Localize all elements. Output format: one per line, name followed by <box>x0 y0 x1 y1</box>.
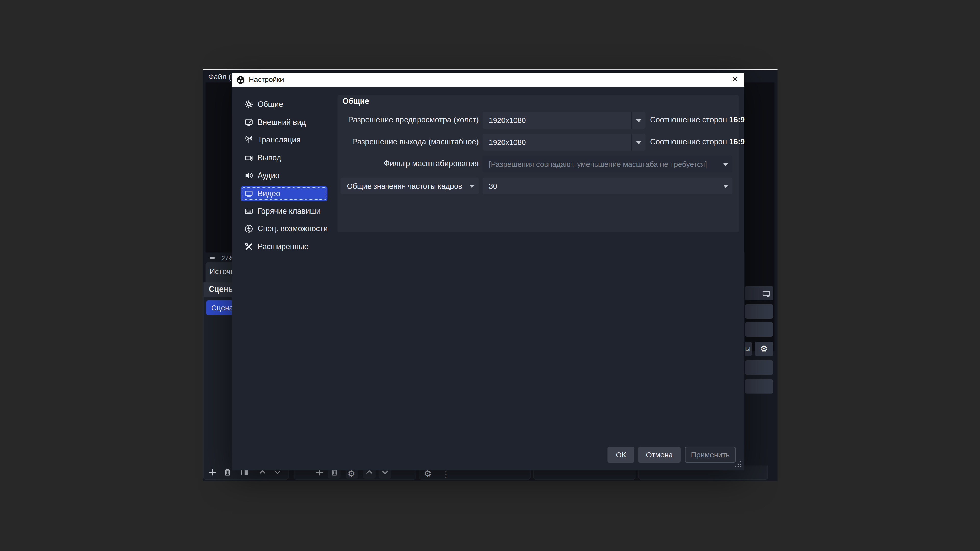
window-top-border <box>203 68 778 70</box>
virtualcam-settings-gear-button[interactable]: ⚙ <box>755 342 773 356</box>
scenes-dock-title: Сцены <box>209 285 235 294</box>
control-button-fragment-label[interactable]: ы <box>745 342 752 356</box>
accessibility-icon <box>245 224 253 233</box>
appearance-icon <box>245 118 253 127</box>
control-button-fragment[interactable] <box>745 380 773 394</box>
sidebar-item-general[interactable]: Общие <box>241 97 328 112</box>
close-icon[interactable]: ✕ <box>732 75 738 84</box>
sources-dock-title: Источн <box>209 267 235 276</box>
control-button-fragment[interactable] <box>745 360 773 375</box>
scene-name: Сцена <box>211 303 234 312</box>
transitions-dock-fragment <box>745 286 773 300</box>
desktop: Файл (F 27% Источн Сцены Сцена <box>0 0 980 551</box>
sidebar-item-output[interactable]: Вывод <box>241 151 328 165</box>
sidebar-item-hotkeys[interactable]: Горячие клавиши <box>241 203 328 219</box>
preview-zoom-control: 27% <box>209 254 234 262</box>
sidebar-item-advanced[interactable]: Расширенные <box>241 239 328 254</box>
sidebar-item-stream[interactable]: Трансляция <box>241 132 328 148</box>
canvas-resolution-label: Разрешение предпросмотра (холст) <box>337 116 479 124</box>
section-header: Общие <box>342 97 369 106</box>
chevron-down-icon <box>631 112 646 129</box>
ok-button[interactable]: ОК <box>608 447 634 463</box>
cancel-button[interactable]: Отмена <box>638 447 681 463</box>
sidebar-item-audio[interactable]: Аудио <box>241 168 328 183</box>
menu-file[interactable]: Файл (F <box>208 73 236 81</box>
chevron-down-icon <box>631 134 646 151</box>
dialog-titlebar[interactable]: Настройки ✕ <box>232 73 745 87</box>
canvas-resolution-combobox[interactable]: 1920x1080 <box>483 112 646 129</box>
resize-grip[interactable] <box>740 466 741 467</box>
control-button-fragment[interactable] <box>745 304 773 319</box>
dialog-title: Настройки <box>249 76 284 83</box>
remove-scene-trash-icon[interactable] <box>223 468 232 476</box>
gear-icon <box>245 100 253 109</box>
fps-value-combobox[interactable]: 30 <box>483 178 733 194</box>
chevron-down-icon <box>719 178 732 194</box>
hotkeys-icon <box>245 207 253 216</box>
fps-type-combobox[interactable]: Общие значения частоты кадров <box>341 178 479 194</box>
output-resolution-combobox[interactable]: 1920x1080 <box>483 134 646 151</box>
zoom-out-icon[interactable] <box>209 257 215 259</box>
display-icon <box>762 289 770 297</box>
obs-logo-icon <box>236 76 245 84</box>
downscale-filter-combobox: [Разрешения совпадают, уменьшение масшта… <box>483 156 733 172</box>
apply-button[interactable]: Применить <box>685 447 735 463</box>
video-icon <box>245 189 253 198</box>
canvas-aspect-ratio: Соотношение сторон 16:9 <box>650 116 745 124</box>
video-general-section: Общие Разрешение предпросмотра (холст) 1… <box>337 95 738 232</box>
settings-dialog: Настройки ✕ Общие Внешний вид Трансляция… <box>232 73 745 471</box>
sidebar-item-appearance[interactable]: Внешний вид <box>241 115 328 130</box>
control-button-fragment[interactable] <box>745 322 773 337</box>
output-icon <box>245 154 253 162</box>
chevron-down-icon <box>719 156 732 172</box>
add-scene-icon[interactable] <box>208 468 217 476</box>
output-aspect-ratio: Соотношение сторон 16:9 <box>650 138 745 146</box>
advanced-icon <box>245 242 253 251</box>
sidebar-item-video[interactable]: Видео <box>241 186 328 201</box>
audio-icon <box>245 171 253 180</box>
chevron-down-icon <box>465 178 479 194</box>
downscale-filter-label: Фильтр масштабирования <box>337 159 479 168</box>
sidebar-item-accessibility[interactable]: Спец. возможности <box>241 221 328 236</box>
output-resolution-label: Разрешение выхода (масштабное) <box>337 138 479 146</box>
broadcast-icon <box>245 135 253 144</box>
